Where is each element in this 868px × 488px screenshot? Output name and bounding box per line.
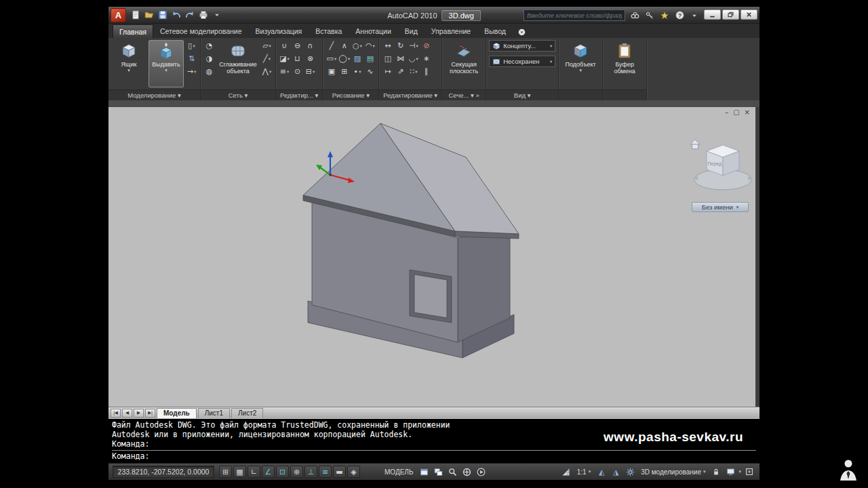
panel-label-mesh[interactable]: Сеть ▾: [201, 89, 275, 100]
status-menu-caret[interactable]: ▾: [738, 469, 741, 474]
shell-button[interactable]: ⊟▾: [304, 66, 316, 77]
command-prompt[interactable]: Команда:: [112, 451, 756, 461]
imprint-button[interactable]: ⊙: [292, 66, 303, 77]
drawing-viewport[interactable]: – ▢ × Перед: [108, 107, 755, 407]
zoom-button[interactable]: [446, 466, 458, 478]
interfere-button[interactable]: ⊗: [304, 53, 316, 64]
help-button[interactable]: ?: [674, 10, 685, 21]
ribbon-tab-4[interactable]: Вставка: [309, 24, 349, 38]
ellipse-button[interactable]: ◯▾: [338, 53, 350, 64]
named-view-select[interactable]: Несохранен▾: [489, 56, 555, 67]
annotation-visibility-button[interactable]: ◭: [595, 466, 608, 478]
favorites-button[interactable]: [659, 10, 670, 21]
sweep-button[interactable]: →▾: [186, 66, 197, 77]
hatch-button[interactable]: ▨: [351, 53, 363, 64]
search-go-button[interactable]: [629, 10, 640, 21]
viewport-close-icon[interactable]: ×: [745, 108, 750, 116]
layout-tab-2[interactable]: Лист1: [198, 408, 230, 418]
layout-tab-1[interactable]: Модель: [157, 408, 197, 418]
circle-button[interactable]: ○▾: [351, 40, 363, 52]
scale-button[interactable]: ⇗: [395, 66, 406, 77]
redo-button[interactable]: [184, 9, 196, 21]
slice-button[interactable]: ◪▾: [279, 53, 290, 64]
mesh-edge-button[interactable]: ╱▾: [261, 53, 273, 64]
print-button[interactable]: [197, 9, 210, 21]
grid-toggle-button[interactable]: ▦: [233, 466, 246, 478]
arc-button[interactable]: ◠▾: [364, 40, 376, 52]
panel-label-clipboard[interactable]: [603, 89, 646, 100]
table-button[interactable]: ⊞: [338, 66, 350, 77]
otrack-toggle-button[interactable]: ⊕: [290, 466, 303, 478]
ortho-toggle-button[interactable]: ∟: [248, 466, 260, 478]
subscription-center-button[interactable]: [644, 10, 655, 21]
intersect-button[interactable]: ∩: [304, 40, 316, 52]
panel-label-draw[interactable]: Рисование ▾: [323, 89, 378, 100]
clean-screen-button[interactable]: [743, 466, 755, 478]
panel-label-modify[interactable]: Редактирование ▾: [379, 89, 441, 100]
layout-tab-3[interactable]: Лист2: [231, 408, 263, 418]
viewcube[interactable]: Перед: [689, 137, 754, 201]
ducs-toggle-button[interactable]: ⊥: [304, 466, 317, 478]
stretch-button[interactable]: ↦: [382, 66, 393, 77]
spline-button[interactable]: ∿: [364, 66, 376, 77]
extract-edges-button[interactable]: ≡▾: [279, 66, 290, 77]
open-button[interactable]: [143, 9, 155, 21]
infocenter-menu-caret[interactable]: [689, 10, 700, 21]
panel-label-modeling[interactable]: Моделирование ▾: [108, 89, 200, 100]
annotation-autoscale-button[interactable]: ◮: [610, 466, 622, 478]
ribbon-tab-8[interactable]: Вывод: [477, 24, 513, 38]
layout-nav-last-button[interactable]: ▶|: [145, 409, 155, 418]
ribbon-tab-6[interactable]: Вид: [398, 24, 425, 38]
ribbon-tab-5[interactable]: Аннотации: [349, 24, 398, 38]
polyline-button[interactable]: ∧: [338, 40, 350, 52]
fillet-button[interactable]: ◡▾: [408, 53, 419, 64]
ribbon-minimize-button[interactable]: [518, 28, 526, 36]
ribbon-tab-2[interactable]: Сетевое моделирование: [153, 24, 249, 38]
application-menu-button[interactable]: A: [111, 8, 126, 22]
close-button[interactable]: [741, 9, 757, 20]
viewcube-home-icon[interactable]: [690, 140, 700, 149]
rectangle-button[interactable]: ▭▾: [326, 53, 337, 64]
layout-nav-first-button[interactable]: |◀: [111, 409, 121, 418]
smooth-less-button[interactable]: ◑: [203, 53, 215, 64]
osnap-toggle-button[interactable]: ⊡: [276, 466, 289, 478]
ribbon-tab-3[interactable]: Визуализация: [249, 24, 309, 38]
polysolid-button[interactable]: ▯▾: [186, 40, 197, 52]
point-button[interactable]: ∙▾: [351, 66, 363, 77]
minimize-button[interactable]: [704, 9, 721, 20]
layout-nav-prev-button[interactable]: ◀: [122, 409, 132, 418]
ribbon-tab-7[interactable]: Управление: [425, 24, 477, 38]
ucs-icon[interactable]: [312, 145, 366, 186]
visual-style-select[interactable]: Концепту...▾: [489, 40, 555, 52]
erase-button[interactable]: ⊘: [420, 40, 432, 52]
coordinates-readout[interactable]: 233.8210, -207.5202, 0.0000: [113, 466, 214, 478]
panel-label-section[interactable]: Сече... ▾ »: [442, 89, 486, 100]
new-file-button[interactable]: [130, 9, 142, 21]
panel-label-view[interactable]: Вид ▾: [486, 89, 558, 100]
smooth-object-button[interactable]: Сглаживание объекта: [217, 40, 259, 87]
polar-toggle-button[interactable]: ∠: [262, 466, 275, 478]
refine-button[interactable]: ◍: [203, 66, 215, 77]
snap-toggle-button[interactable]: ⊞: [219, 466, 232, 478]
viewport-restore-icon[interactable]: ▢: [733, 108, 739, 116]
model-space-button[interactable]: МОДЕЛЬ: [382, 466, 416, 478]
subobject-filter-button[interactable]: Подобъект▾: [561, 40, 599, 87]
quickview-drawings-button[interactable]: [432, 466, 444, 478]
clipboard-paste-button[interactable]: Буфер обмена: [606, 40, 644, 87]
qp-toggle-button[interactable]: ◈: [347, 466, 360, 478]
panel-label-solid-editing[interactable]: Редактир... ▾: [276, 89, 322, 100]
layout-nav-next-button[interactable]: ▶: [134, 409, 144, 418]
steering-wheel-button[interactable]: [460, 466, 473, 478]
offset-button[interactable]: ∥: [420, 66, 432, 77]
line-button[interactable]: ╱: [326, 40, 337, 52]
mesh-face-button[interactable]: ▱▾: [261, 40, 273, 52]
viewport-minimize-icon[interactable]: –: [725, 108, 728, 116]
showmotion-button[interactable]: [475, 466, 487, 478]
union-button[interactable]: ∪: [279, 40, 290, 52]
copy-button[interactable]: ◫: [382, 53, 393, 64]
save-button[interactable]: [157, 9, 169, 21]
box-button[interactable]: Ящик▾: [111, 40, 146, 87]
thicken-button[interactable]: ⊔: [292, 53, 303, 64]
search-input[interactable]: [527, 12, 622, 19]
restore-button[interactable]: [722, 9, 739, 20]
